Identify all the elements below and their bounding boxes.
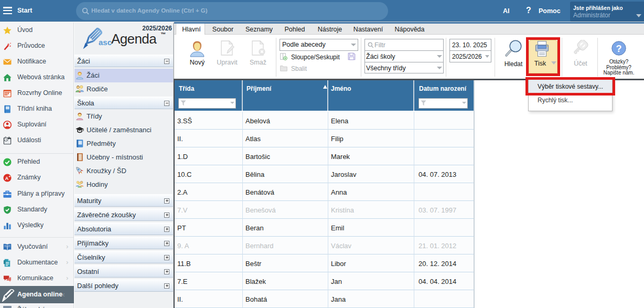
svg-text:?: ? [616,44,622,54]
svg-text:+: + [8,175,10,178]
